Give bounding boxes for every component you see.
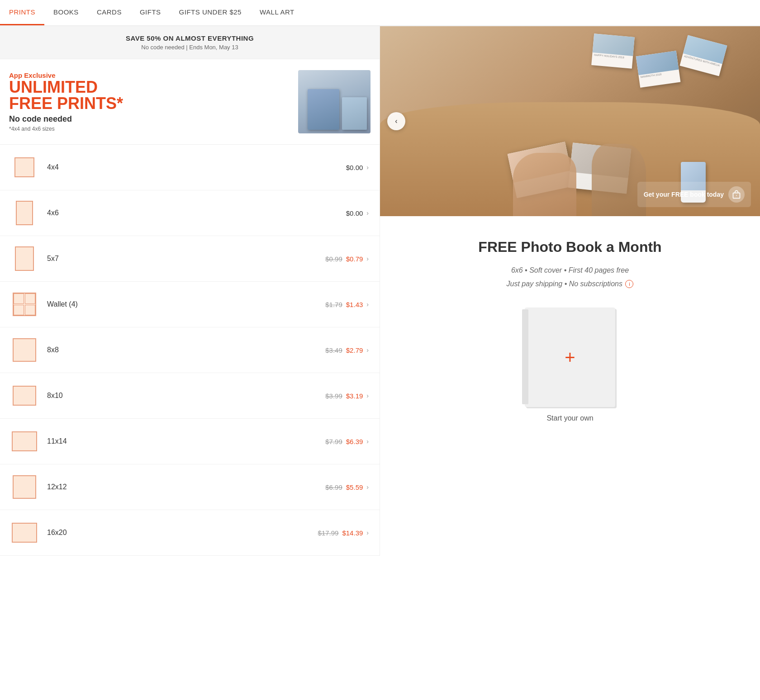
price-sale-8x8: $2.79: [346, 346, 363, 354]
price-8x8: $3.49 $2.79: [325, 346, 363, 354]
product-name-wallet: Wallet (4): [47, 300, 325, 308]
scattered-book-3: HAPPY HOLIDAYS 2018: [591, 33, 635, 69]
product-name-4x4: 4x4: [47, 163, 346, 171]
nav-books[interactable]: BOOKS: [44, 0, 88, 25]
promo-subtitle: No code needed | Ends Mon, May 13: [8, 44, 371, 51]
product-name-8x8: 8x8: [47, 346, 325, 354]
price-free-4x4: $0.00: [346, 164, 363, 171]
nav-gifts-under-25[interactable]: GIFTS UNDER $25: [170, 0, 251, 25]
app-banner-text: App Exclusive UNLIMITED FREE PRINTS* No …: [9, 71, 298, 132]
product-name-12x12: 12x12: [47, 483, 325, 491]
thumb-wallet: [11, 291, 38, 318]
scattered-book-2: MAMMOTH 2018: [636, 51, 681, 88]
chevron-5x7: ›: [366, 255, 369, 262]
nav-cards[interactable]: CARDS: [88, 0, 131, 25]
chevron-wallet: ›: [366, 301, 369, 308]
product-name-11x14: 11x14: [47, 437, 325, 445]
price-11x14: $7.99 $6.39: [325, 438, 363, 445]
price-orig-8x10: $3.99: [325, 392, 342, 400]
thumb-11x14: [11, 428, 38, 455]
product-12x12[interactable]: 12x12 $6.99 $5.59 ›: [0, 464, 380, 510]
app-banner[interactable]: App Exclusive UNLIMITED FREE PRINTS* No …: [0, 59, 380, 145]
price-12x12: $6.99 $5.59: [325, 483, 363, 491]
price-orig-16x20: $17.99: [318, 529, 339, 537]
chevron-8x10: ›: [366, 392, 369, 399]
price-orig-11x14: $7.99: [325, 438, 342, 445]
thumb-4x6: [11, 199, 38, 227]
product-name-4x6: 4x6: [47, 209, 346, 217]
thumb-8x10: [11, 382, 38, 409]
product-wallet[interactable]: Wallet (4) $1.79 $1.43 ›: [0, 282, 380, 327]
left-panel: SAVE 50% ON ALMOST EVERYTHING No code ne…: [0, 26, 380, 556]
thumb-16x20: [11, 519, 38, 546]
plus-icon: +: [565, 347, 575, 368]
desc-line1: 6x6 • Soft cover • First 40 pages free: [507, 265, 634, 276]
book-creator: + Start your own: [525, 307, 615, 422]
price-orig-wallet: $1.79: [325, 301, 342, 308]
product-8x8[interactable]: 8x8 $3.49 $2.79 ›: [0, 327, 380, 373]
chevron-4x6: ›: [366, 209, 369, 217]
product-4x4[interactable]: 4x4 $0.00 ›: [0, 145, 380, 190]
product-name-5x7: 5x7: [47, 255, 325, 263]
info-icon[interactable]: i: [625, 280, 633, 288]
desc-line2: Just pay shipping • No subscriptions i: [507, 278, 634, 290]
hero-cta-icon: [728, 186, 745, 203]
promo-title: SAVE 50% ON ALMOST EVERYTHING: [8, 34, 371, 42]
right-panel: HAPPY HOLIDAYS 2018 MAMMOTH 2018 ADVENTU…: [380, 26, 760, 556]
product-4x6[interactable]: 4x6 $0.00 ›: [0, 190, 380, 236]
price-16x20: $17.99 $14.39: [318, 529, 363, 537]
price-wallet: $1.79 $1.43: [325, 301, 363, 308]
product-name-8x10: 8x10: [47, 392, 325, 400]
start-label: Start your own: [546, 414, 593, 422]
hero-area: HAPPY HOLIDAYS 2018 MAMMOTH 2018 ADVENTU…: [380, 26, 760, 216]
right-content: FREE Photo Book a Month 6x6 • Soft cover…: [380, 216, 760, 445]
thumb-12x12: [11, 473, 38, 501]
price-sale-12x12: $5.59: [346, 483, 363, 491]
price-5x7: $0.99 $0.79: [325, 255, 363, 263]
product-name-16x20: 16x20: [47, 529, 318, 537]
price-free-4x6: $0.00: [346, 209, 363, 217]
nav-gifts[interactable]: GIFTS: [131, 0, 170, 25]
price-orig-12x12: $6.99: [325, 483, 342, 491]
thumb-5x7: [11, 245, 38, 272]
hero-cta-text: Get your FREE book today: [644, 190, 724, 199]
price-sale-wallet: $1.43: [346, 301, 363, 308]
price-8x10: $3.99 $3.19: [325, 392, 363, 400]
product-list: 4x4 $0.00 › 4x6 $0.00 ›: [0, 145, 380, 556]
promo-bar: SAVE 50% ON ALMOST EVERYTHING No code ne…: [0, 26, 380, 59]
chevron-12x12: ›: [366, 483, 369, 491]
chevron-8x8: ›: [366, 346, 369, 354]
app-banner-image: [298, 70, 370, 133]
app-banner-mid: No code needed: [9, 114, 298, 124]
scattered-book-1: ADVENTURES WITH AMELIA: [679, 35, 727, 76]
product-8x10[interactable]: 8x10 $3.99 $3.19 ›: [0, 373, 380, 419]
product-5x7[interactable]: 5x7 $0.99 $0.79 ›: [0, 236, 380, 282]
nav-wall-art[interactable]: WALL ART: [251, 0, 304, 25]
thumb-4x4: [11, 154, 38, 181]
app-banner-small: *4x4 and 4x6 sizes: [9, 126, 298, 132]
app-banner-big: UNLIMITED FREE PRINTS*: [9, 79, 298, 112]
create-book-button[interactable]: +: [525, 307, 615, 407]
hero-cta[interactable]: Get your FREE book today: [637, 182, 751, 207]
chevron-16x20: ›: [366, 529, 369, 536]
hero-prev-button[interactable]: ‹: [387, 112, 405, 130]
nav-prints[interactable]: PRINTS: [0, 0, 44, 25]
section-title: FREE Photo Book a Month: [478, 239, 661, 255]
chevron-4x4: ›: [366, 164, 369, 171]
price-sale-16x20: $14.39: [342, 529, 363, 537]
price-orig-5x7: $0.99: [325, 255, 342, 263]
price-orig-8x8: $3.49: [325, 346, 342, 354]
thumb-8x8: [11, 336, 38, 364]
chevron-11x14: ›: [366, 438, 369, 445]
price-sale-8x10: $3.19: [346, 392, 363, 400]
price-4x4: $0.00: [346, 164, 363, 171]
product-11x14[interactable]: 11x14 $7.99 $6.39 ›: [0, 419, 380, 464]
product-16x20[interactable]: 16x20 $17.99 $14.39 ›: [0, 510, 380, 556]
price-4x6: $0.00: [346, 209, 363, 217]
price-sale-11x14: $6.39: [346, 438, 363, 445]
price-sale-5x7: $0.79: [346, 255, 363, 263]
main-container: SAVE 50% ON ALMOST EVERYTHING No code ne…: [0, 26, 760, 556]
main-nav: PRINTS BOOKS CARDS GIFTS GIFTS UNDER $25…: [0, 0, 760, 26]
section-desc: 6x6 • Soft cover • First 40 pages free J…: [507, 265, 634, 289]
